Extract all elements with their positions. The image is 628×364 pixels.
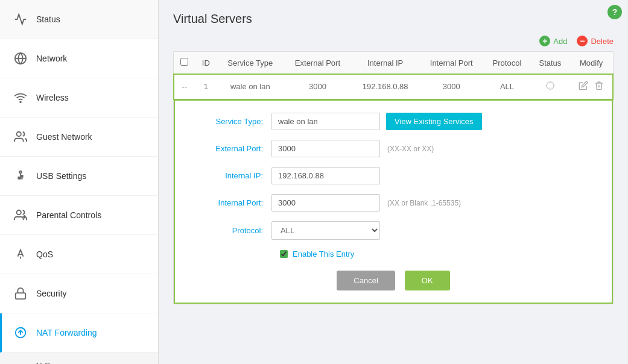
svg-rect-10 [16, 293, 26, 299]
virtual-servers-table: ID Service Type External Port Internal I… [174, 52, 613, 99]
table-cell-service-type: wale on lan [217, 74, 284, 99]
sidebar: Status Network Wireless Guest Netwo [0, 0, 159, 364]
sidebar-item-guest-network[interactable]: Guest Network [0, 118, 158, 157]
sidebar-sub-menu: • ALG • Virtual Servers [0, 353, 158, 364]
table-header-service-type: Service Type [217, 52, 284, 74]
form-button-row: Cancel OK [193, 271, 594, 290]
table-header-status: Status [531, 52, 570, 74]
delete-circle-icon: − [577, 36, 588, 46]
delete-button[interactable]: − Delete [577, 36, 614, 46]
edit-icon[interactable] [579, 82, 591, 92]
service-type-row: Service Type: View Existing Services [193, 113, 594, 130]
svg-point-2 [20, 101, 21, 102]
parental-icon [12, 207, 29, 224]
internal-ip-input[interactable] [271, 167, 380, 184]
service-type-input[interactable] [271, 113, 380, 130]
table-header-protocol: Protocol [483, 52, 530, 74]
external-port-row: External Port: (XX-XX or XX) [193, 140, 594, 157]
external-port-hint: (XX-XX or XX) [387, 145, 434, 153]
bullet-icon: • [27, 361, 30, 364]
internal-port-label: Internal Port: [193, 198, 271, 207]
enable-entry-row: Enable This Entry [193, 249, 594, 259]
sidebar-item-nat-forwarding-label: NAT Forwarding [36, 328, 97, 337]
toolbar: + Add − Delete [173, 36, 614, 46]
qos-icon [12, 246, 29, 263]
table-cell-internal-ip: 192.168.0.88 [351, 74, 419, 99]
cancel-button[interactable]: Cancel [337, 271, 395, 290]
table-cell-protocol: ALL [483, 74, 530, 99]
nat-icon [12, 324, 29, 341]
sidebar-item-qos[interactable]: QoS [0, 235, 158, 274]
internal-port-input[interactable] [271, 194, 380, 212]
service-type-label: Service Type: [193, 117, 271, 126]
table-header-id: ID [195, 52, 217, 74]
sidebar-item-usb-settings-label: USB Settings [36, 171, 86, 181]
sidebar-item-parental-controls[interactable]: Parental Controls [0, 196, 158, 235]
sidebar-item-status[interactable]: Status [0, 0, 158, 39]
table-header-modify: Modify [569, 52, 613, 74]
sidebar-item-security-label: Security [36, 289, 67, 298]
svg-point-4 [19, 171, 22, 174]
sidebar-item-network-label: Network [36, 54, 67, 63]
sidebar-item-status-label: Status [36, 14, 60, 24]
users-icon [12, 128, 29, 145]
internal-port-hint: (XX or Blank ,1-65535) [387, 199, 461, 207]
sidebar-item-wireless-label: Wireless [36, 93, 69, 102]
table-cell-id: 1 [195, 74, 217, 99]
table-header-internal-ip: Internal IP [351, 52, 419, 74]
sidebar-item-wireless[interactable]: Wireless [0, 78, 158, 118]
help-button[interactable]: ? [607, 5, 622, 19]
enable-entry-checkbox[interactable] [280, 250, 288, 258]
activity-icon [12, 11, 29, 28]
sidebar-item-security[interactable]: Security [0, 274, 158, 313]
table-container: ID Service Type External Port Internal I… [173, 51, 614, 304]
protocol-label: Protocol: [193, 226, 271, 235]
usb-icon [12, 168, 29, 184]
external-port-input[interactable] [271, 140, 380, 157]
external-port-label: External Port: [193, 144, 271, 153]
table-header-row: ID Service Type External Port Internal I… [174, 52, 613, 74]
internal-port-row: Internal Port: (XX or Blank ,1-65535) [193, 194, 594, 212]
sidebar-item-network[interactable]: Network [0, 39, 158, 78]
lock-icon [12, 285, 29, 302]
table-header-external-port: External Port [284, 52, 352, 74]
add-button[interactable]: + Add [539, 36, 567, 46]
edit-panel: Service Type: View Existing Services Ext… [174, 99, 613, 304]
table-header-internal-port: Internal Port [419, 52, 483, 74]
svg-point-12 [547, 82, 554, 89]
main-content: ? Virtual Servers + Add − Delete ID Serv… [159, 0, 628, 364]
delete-label: Delete [591, 37, 614, 46]
internal-ip-row: Internal IP: [193, 167, 594, 184]
sidebar-item-nat-forwarding[interactable]: NAT Forwarding [0, 313, 158, 353]
status-light-icon [545, 80, 556, 91]
table-cell-external-port: 3000 [284, 74, 352, 99]
table-header-checkbox[interactable] [174, 52, 195, 74]
enable-entry-label: Enable This Entry [293, 249, 354, 259]
page-title: Virtual Servers [173, 12, 614, 26]
sidebar-item-qos-label: QoS [36, 249, 53, 259]
protocol-row: Protocol: ALL TCP UDP TCP/UDP [193, 221, 594, 240]
table-cell-internal-port: 3000 [419, 74, 483, 99]
add-circle-icon: + [539, 36, 550, 46]
svg-point-3 [17, 132, 21, 136]
sidebar-item-parental-controls-label: Parental Controls [36, 210, 101, 220]
internal-ip-label: Internal IP: [193, 171, 271, 180]
protocol-select[interactable]: ALL TCP UDP TCP/UDP [271, 221, 380, 240]
table-cell-status [531, 74, 570, 99]
wifi-icon [12, 89, 29, 106]
sidebar-sub-alg-label: ALG [35, 361, 51, 364]
ok-button[interactable]: OK [405, 271, 450, 290]
svg-point-5 [17, 210, 21, 215]
sidebar-item-usb-settings[interactable]: USB Settings [0, 157, 158, 196]
select-all-checkbox[interactable] [180, 58, 188, 66]
add-label: Add [553, 37, 567, 46]
table-row[interactable]: -- 1 wale on lan 3000 192.168.0.88 3000 … [174, 74, 613, 99]
table-cell-dash: -- [174, 74, 195, 99]
globe-icon [12, 50, 29, 67]
table-cell-modify[interactable] [569, 74, 613, 99]
view-services-button[interactable]: View Existing Services [386, 113, 482, 130]
sidebar-sub-alg[interactable]: • ALG [0, 353, 158, 364]
sidebar-item-guest-network-label: Guest Network [36, 132, 92, 142]
delete-row-icon[interactable] [594, 82, 604, 92]
